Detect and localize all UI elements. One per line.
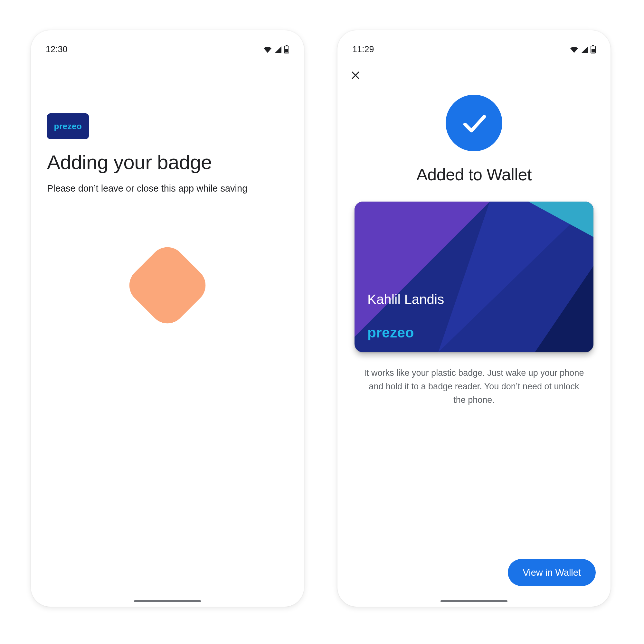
gesture-nav-bar[interactable]	[134, 600, 201, 602]
view-in-wallet-button[interactable]: View in Wallet	[508, 559, 596, 586]
spinner-icon	[122, 240, 213, 331]
button-label: View in Wallet	[523, 567, 581, 578]
close-button[interactable]	[348, 68, 363, 83]
phone-adding-badge: 12:30 prezeo Adding your badge Please do…	[31, 30, 304, 607]
brand-chip-label: prezeo	[54, 121, 82, 131]
status-bar: 12:30	[31, 30, 304, 57]
cellular-icon	[581, 46, 589, 53]
phone-added-to-wallet: 11:29	[337, 30, 611, 607]
status-icons	[569, 45, 596, 53]
svg-rect-2	[285, 49, 288, 52]
battery-icon	[284, 45, 289, 53]
wifi-icon	[569, 46, 579, 53]
page-title: Added to Wallet	[416, 165, 532, 184]
screen-content: Added to Wallet Kahlil Landis prezeo It …	[337, 85, 611, 407]
card-brand-label: prezeo	[367, 325, 414, 341]
card-holder-name: Kahlil Landis	[367, 292, 444, 307]
close-icon	[350, 70, 361, 81]
nav-row	[337, 57, 611, 85]
status-bar: 11:29	[337, 30, 611, 57]
info-text: It works like your plastic badge. Just w…	[363, 366, 585, 407]
wifi-icon	[263, 46, 272, 53]
battery-icon	[591, 45, 596, 53]
loading-indicator	[47, 253, 288, 317]
wallet-card: Kahlil Landis prezeo	[355, 202, 593, 352]
status-time: 11:29	[352, 44, 374, 54]
screen-content: prezeo Adding your badge Please don’t le…	[31, 57, 304, 317]
status-icons	[263, 45, 289, 53]
gesture-nav-bar[interactable]	[440, 600, 507, 602]
success-badge	[446, 95, 502, 151]
svg-rect-5	[592, 49, 595, 52]
checkmark-icon	[459, 108, 489, 138]
status-time: 12:30	[46, 44, 68, 54]
page-subtitle: Please don’t leave or close this app whi…	[47, 182, 288, 195]
page-title: Adding your badge	[47, 151, 288, 174]
cellular-icon	[274, 46, 282, 53]
brand-chip: prezeo	[47, 113, 89, 139]
